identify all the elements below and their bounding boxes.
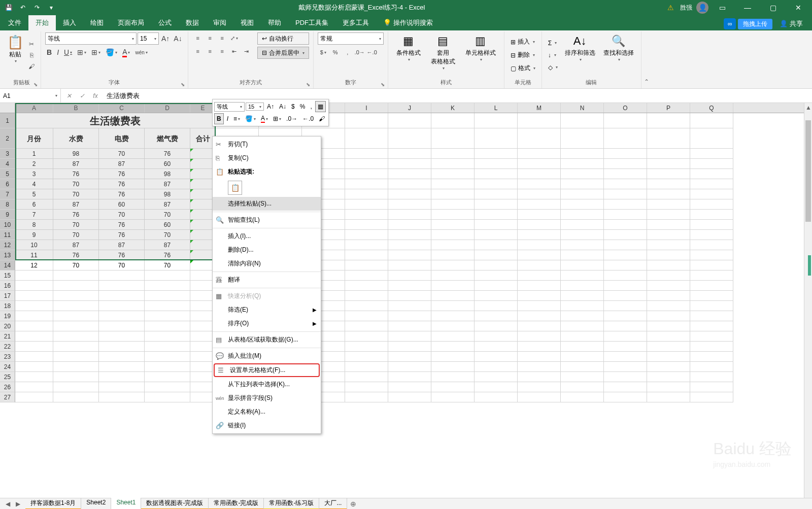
- tab-file[interactable]: 文件: [1, 15, 28, 30]
- cell-D27[interactable]: [145, 392, 190, 402]
- cell-D6[interactable]: 87: [145, 179, 190, 189]
- cell-K6[interactable]: [431, 179, 475, 189]
- cell-O17[interactable]: [604, 291, 647, 301]
- sheet-nav-prev-icon[interactable]: ◀: [3, 500, 12, 507]
- cell-I21[interactable]: [345, 331, 388, 342]
- column-header-Q[interactable]: Q: [690, 103, 733, 113]
- cm-cut[interactable]: ✂剪切(T): [213, 138, 321, 151]
- cell-C16[interactable]: [99, 281, 145, 291]
- cut-icon[interactable]: ✂: [26, 40, 37, 49]
- clipboard-launcher-icon[interactable]: ⬊: [33, 82, 38, 87]
- cm-paste-special[interactable]: 选择性粘贴(S)...: [213, 197, 321, 211]
- cell-M15[interactable]: [518, 270, 561, 281]
- row-header-5[interactable]: 5: [0, 169, 15, 179]
- alignment-launcher-icon[interactable]: ⬊: [306, 82, 310, 87]
- cell-L8[interactable]: [475, 199, 518, 210]
- column-header-O[interactable]: O: [604, 103, 647, 113]
- cell-L1[interactable]: [475, 113, 518, 128]
- cell-I22[interactable]: [345, 342, 388, 352]
- cell-M25[interactable]: [518, 372, 561, 382]
- cell-Q3[interactable]: [690, 149, 733, 159]
- cell-L10[interactable]: [475, 220, 518, 230]
- cell-C25[interactable]: [99, 372, 145, 382]
- cell-B15[interactable]: [53, 270, 99, 281]
- cell-N1[interactable]: [561, 113, 604, 128]
- cell-P11[interactable]: [647, 230, 690, 240]
- cell-L12[interactable]: [475, 240, 518, 250]
- column-header-I[interactable]: I: [345, 103, 388, 113]
- cell-J18[interactable]: [388, 301, 431, 311]
- mini-font-combo[interactable]: 等线▾: [214, 102, 245, 112]
- row-header-3[interactable]: 3: [0, 149, 15, 159]
- cell-N9[interactable]: [561, 210, 604, 220]
- cell-D16[interactable]: [145, 281, 190, 291]
- add-sheet-button[interactable]: ⊕: [347, 499, 359, 509]
- cell-P21[interactable]: [647, 331, 690, 342]
- row-header-1[interactable]: 1: [0, 113, 15, 128]
- cell-L17[interactable]: [475, 291, 518, 301]
- cell-C11[interactable]: 76: [99, 230, 145, 240]
- cell-B27[interactable]: [53, 392, 99, 402]
- copy-icon[interactable]: ⎘: [26, 51, 37, 60]
- scrollbar-thumb[interactable]: [805, 120, 811, 222]
- cell-C14[interactable]: 70: [99, 260, 145, 270]
- mini-table-icon[interactable]: ▦: [315, 101, 326, 112]
- cell-L11[interactable]: [475, 230, 518, 240]
- cell-N21[interactable]: [561, 331, 604, 342]
- cell-title[interactable]: 生活缴费表: [15, 113, 216, 128]
- mini-decrease-font-icon[interactable]: A↓: [277, 101, 288, 112]
- row-header-8[interactable]: 8: [0, 199, 15, 210]
- cell-P9[interactable]: [647, 210, 690, 220]
- cell-M22[interactable]: [518, 342, 561, 352]
- cell-A20[interactable]: [15, 321, 53, 331]
- mini-bold-button[interactable]: B: [214, 113, 224, 124]
- cell-Q16[interactable]: [690, 281, 733, 291]
- cell-L2[interactable]: [475, 128, 518, 149]
- cell-I26[interactable]: [345, 382, 388, 392]
- cell-N26[interactable]: [561, 382, 604, 392]
- format-painter-icon[interactable]: 🖌: [26, 62, 37, 71]
- cell-A24[interactable]: [15, 362, 53, 372]
- paste-button[interactable]: 📋 粘贴 ▾: [6, 32, 24, 78]
- cell-C12[interactable]: 87: [99, 240, 145, 250]
- cell-K2[interactable]: [431, 128, 475, 149]
- row-header-4[interactable]: 4: [0, 159, 15, 169]
- row-header-19[interactable]: 19: [0, 311, 15, 321]
- cell-I23[interactable]: [345, 352, 388, 362]
- mini-fill-icon[interactable]: 🪣▾: [243, 113, 258, 124]
- cell-L27[interactable]: [475, 392, 518, 402]
- cm-insert-comment[interactable]: 💬插入批注(M): [213, 349, 321, 363]
- cell-B11[interactable]: 70: [53, 230, 99, 240]
- cell-Q27[interactable]: [690, 392, 733, 402]
- row-header-7[interactable]: 7: [0, 189, 15, 199]
- cell-B3[interactable]: 98: [53, 149, 99, 159]
- cell-M16[interactable]: [518, 281, 561, 291]
- cell-Q22[interactable]: [690, 342, 733, 352]
- cell-A26[interactable]: [15, 382, 53, 392]
- cell-O4[interactable]: [604, 159, 647, 169]
- cell-O12[interactable]: [604, 240, 647, 250]
- font-name-combo[interactable]: 等线▾: [45, 32, 137, 45]
- cell-P23[interactable]: [647, 352, 690, 362]
- cell-J10[interactable]: [388, 220, 431, 230]
- cell-N24[interactable]: [561, 362, 604, 372]
- cell-O27[interactable]: [604, 392, 647, 402]
- cell-M2[interactable]: [518, 128, 561, 149]
- sheet-tab[interactable]: 拌客源数据1-8月: [25, 498, 81, 510]
- cell-B2[interactable]: 水费: [53, 128, 99, 149]
- cell-O3[interactable]: [604, 149, 647, 159]
- row-header-22[interactable]: 22: [0, 342, 15, 352]
- cell-D4[interactable]: 60: [145, 159, 190, 169]
- cell-K27[interactable]: [431, 392, 475, 402]
- merge-center-button[interactable]: ⊟ 合并后居中▾: [257, 47, 309, 59]
- cell-Q19[interactable]: [690, 311, 733, 321]
- insert-cells-button[interactable]: ⊞ 插入▾: [509, 37, 537, 48]
- autosum-icon[interactable]: Σ▾: [546, 38, 560, 49]
- cell-Q10[interactable]: [690, 220, 733, 230]
- cell-D19[interactable]: [145, 311, 190, 321]
- cell-P1[interactable]: [647, 113, 690, 128]
- percent-format-icon[interactable]: %: [330, 47, 341, 58]
- cell-P5[interactable]: [647, 169, 690, 179]
- warning-icon[interactable]: ⚠: [665, 4, 676, 12]
- delete-cells-button[interactable]: ⊟ 删除▾: [509, 50, 537, 61]
